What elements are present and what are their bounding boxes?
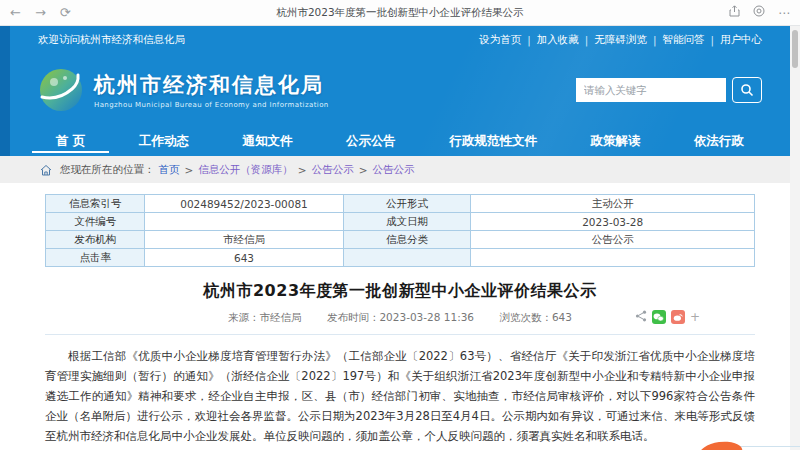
browser-chrome: ← → ⟳ 杭州市2023年度第一批创新型中小企业评价结果公示 ⋯ <box>0 0 800 26</box>
nav-item-announcements[interactable]: 公示公告 <box>340 126 402 156</box>
link-separator: | <box>585 34 589 46</box>
link-separator: | <box>710 34 714 46</box>
site-header: 欢迎访问杭州市经济和信息化局 设为首页 | 加入收藏 | 无障碍浏览 | 智能问… <box>0 26 800 156</box>
doc-number-label: 文件编号 <box>46 213 145 231</box>
article-meta: 来源：市经信局 发布时间：2023-03-28 11:36 浏览次数：643 + <box>45 311 755 335</box>
info-index-value: 002489452/2023-00081 <box>145 195 344 213</box>
link-add-favorite[interactable]: 加入收藏 <box>537 33 579 47</box>
link-separator: | <box>527 34 531 46</box>
document-info-table: 信息索引号 002489452/2023-00081 公开形式 主动公开 文件编… <box>45 194 755 267</box>
bureau-logo-icon <box>38 67 84 113</box>
browser-forward-icon[interactable]: → <box>35 5 46 20</box>
share-wechat-icon[interactable] <box>652 310 666 324</box>
browser-back-icon[interactable]: ← <box>10 5 21 20</box>
site-banner: 杭州市经济和信息化局 Hangzhou Municipal Bureau of … <box>10 54 790 126</box>
share-more-button[interactable]: + <box>690 310 700 324</box>
main-navigation: 首 页 工作动态 通知文件 公示公告 行政规范性文件 政策解读 依法行政 <box>10 126 790 156</box>
search-button[interactable] <box>732 77 762 103</box>
empty-label <box>343 249 471 267</box>
breadcrumb: 您现在所在的位置： 首页 > 信息公开（资源库） > 公告公示 > 公告公示 <box>0 156 800 183</box>
breadcrumb-info-disclosure[interactable]: 信息公开（资源库） <box>198 163 293 177</box>
info-class-label: 信息分类 <box>343 231 471 249</box>
click-rate-value: 643 <box>145 249 344 267</box>
article-paragraph: 根据工信部《优质中小企业梯度培育管理暂行办法》（工信部企业〔2022〕63号）、… <box>45 346 755 446</box>
table-row: 点击率 643 <box>46 249 755 267</box>
nav-item-law-administration[interactable]: 依法行政 <box>688 126 750 156</box>
article-title: 杭州市2023年度第一批创新型中小企业评价结果公示 <box>45 281 755 302</box>
click-rate-label: 点击率 <box>46 249 145 267</box>
issuing-org-label: 发布机构 <box>46 231 145 249</box>
nav-item-regulatory-docs[interactable]: 行政规范性文件 <box>443 126 543 156</box>
nav-item-notices[interactable]: 通知文件 <box>236 126 298 156</box>
share-nodes-icon[interactable] <box>635 310 647 324</box>
browser-tab-title: 杭州市2023年度第一批创新型中小企业评价结果公示 <box>100 6 700 20</box>
table-row: 信息索引号 002489452/2023-00081 公开形式 主动公开 <box>46 195 755 213</box>
open-form-label: 公开形式 <box>343 195 471 213</box>
site-name-english: Hangzhou Municipal Bureau of Economy and… <box>94 101 329 109</box>
link-smart-qa[interactable]: 智能问答 <box>662 33 704 47</box>
breadcrumb-separator: > <box>185 164 194 176</box>
floating-widget-edge <box>740 446 800 447</box>
breadcrumb-prefix: 您现在所在的位置： <box>60 163 155 177</box>
link-set-homepage[interactable]: 设为首页 <box>479 33 521 47</box>
nav-item-home[interactable]: 首 页 <box>50 126 91 156</box>
doc-number-value <box>145 213 344 231</box>
browser-reload-icon[interactable]: ⟳ <box>60 5 71 20</box>
link-accessibility[interactable]: 无障碍浏览 <box>594 33 647 47</box>
written-date-label: 成文日期 <box>343 213 471 231</box>
home-icon[interactable] <box>40 164 52 176</box>
nav-item-work-news[interactable]: 工作动态 <box>133 126 195 156</box>
article-views: 浏览次数：643 <box>499 311 572 323</box>
issuing-org-value: 市经信局 <box>145 231 344 249</box>
written-date-value: 2023-03-28 <box>471 213 755 231</box>
table-row: 文件编号 成文日期 2023-03-28 <box>46 213 755 231</box>
breadcrumb-separator: > <box>359 164 368 176</box>
table-row: 发布机构 市经信局 信息分类 公告公示 <box>46 231 755 249</box>
article-source: 来源：市经信局 <box>228 311 302 323</box>
breadcrumb-announcements-2[interactable]: 公告公示 <box>372 163 414 177</box>
site-name: 杭州市经济和信息化局 <box>94 71 329 99</box>
article-body: 根据工信部《优质中小企业梯度培育管理暂行办法》（工信部企业〔2022〕63号）、… <box>45 346 755 450</box>
empty-value <box>471 249 755 267</box>
welcome-text: 欢迎访问杭州市经济和信息化局 <box>38 33 185 47</box>
share-weibo-icon[interactable] <box>671 310 685 324</box>
info-index-label: 信息索引号 <box>46 195 145 213</box>
link-user-center[interactable]: 用户中心 <box>720 33 762 47</box>
open-form-value: 主动公开 <box>471 195 755 213</box>
nav-item-policy-interpretation[interactable]: 政策解读 <box>584 126 646 156</box>
page-scrollbar[interactable] <box>790 26 800 450</box>
breadcrumb-separator: > <box>298 164 307 176</box>
page-content: 信息索引号 002489452/2023-00081 公开形式 主动公开 文件编… <box>0 183 800 450</box>
breadcrumb-announcements[interactable]: 公告公示 <box>312 163 354 177</box>
browser-more-icon[interactable]: ⋯ <box>778 6 790 20</box>
scrollbar-thumb[interactable] <box>792 30 798 68</box>
welcome-bar: 欢迎访问杭州市经济和信息化局 设为首页 | 加入收藏 | 无障碍浏览 | 智能问… <box>10 26 790 54</box>
link-separator: | <box>653 34 657 46</box>
info-class-value: 公告公示 <box>471 231 755 249</box>
article-publish-time: 发布时间：2023-03-28 11:36 <box>327 311 474 323</box>
browser-extension-badge-icon[interactable] <box>753 5 765 20</box>
browser-share-icon[interactable] <box>729 5 740 20</box>
search-input[interactable] <box>576 78 726 102</box>
breadcrumb-home[interactable]: 首页 <box>159 163 180 177</box>
